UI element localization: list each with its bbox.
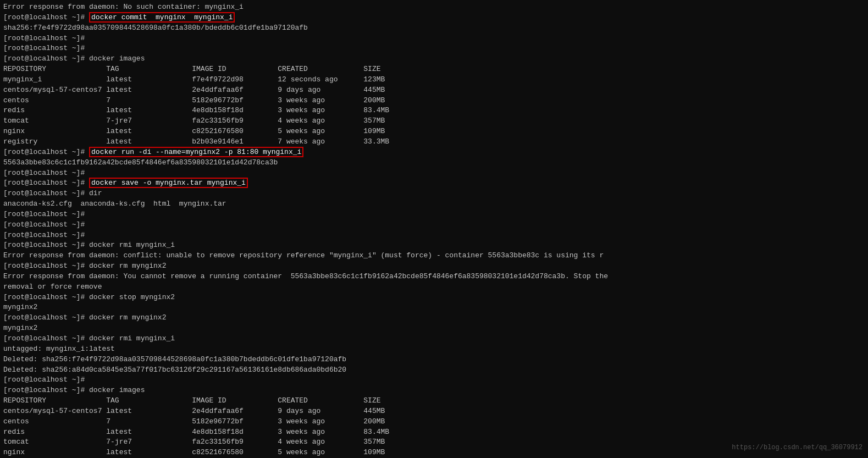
terminal-line: [root@localhost ~]# docker rmi mynginx_i (3, 240, 865, 251)
prompt-text: [root@localhost ~]# docker images (3, 54, 145, 63)
prompt-text: [root@localhost ~]# docker rmi mynginx_i (3, 334, 175, 343)
terminal-line: REPOSITORY TAG IMAGE ID CREATED SIZE (3, 396, 865, 406)
terminal-line: mynginx_i latest f7e4f9722d98 12 seconds… (3, 75, 865, 85)
command-highlighted: docker save -o mynginx.tar mynginx_i (89, 178, 248, 188)
terminal-line: [root@localhost ~]# (3, 34, 865, 44)
terminal-line: Deleted: sha256:a84d0ca5845e35a77f017bc6… (3, 365, 865, 376)
terminal-line: registry latest b2b03e9146e1 7 weeks ago… (3, 137, 865, 147)
terminal-line: redis latest 4e8db158f18d 3 weeks ago 83… (3, 427, 865, 438)
prompt-text: [root@localhost ~]# (3, 13, 89, 21)
terminal-line: [root@localhost ~]# docker commit myngin… (3, 13, 865, 23)
terminal-line: [root@localhost ~]# docker rm mynginx2 (3, 313, 865, 323)
terminal-line: anaconda-ks2.cfg anaconda-ks.cfg html my… (3, 199, 865, 209)
terminal-line: removal or force remove (3, 282, 865, 293)
terminal-line: [root@localhost ~]# (3, 43, 865, 54)
terminal-line: 5563a3bbe83c6c1c1fb9162a42bcde85f4846ef6… (3, 158, 865, 168)
terminal-line: Error response from daemon: No such cont… (3, 2, 865, 13)
terminal-line: [root@localhost ~]# docker rmi mynginx_i (3, 334, 865, 344)
command-highlighted: docker run -di --name=mynginx2 -p 81:80 … (89, 147, 303, 157)
terminal-line: [root@localhost ~]# (3, 220, 865, 230)
terminal-line: mynginx2 (3, 323, 865, 334)
terminal-line: REPOSITORY TAG IMAGE ID CREATED SIZE (3, 64, 865, 75)
terminal-line: [root@localhost ~]# docker stop mynginx2 (3, 293, 865, 303)
terminal-line: [root@localhost ~]# docker images (3, 54, 865, 64)
prompt-text: [root@localhost ~]# docker rm mynginx2 (3, 313, 166, 322)
terminal-line: [root@localhost ~]# docker save -o myngi… (3, 178, 865, 189)
terminal-line: nginx latest c82521676580 5 weeks ago 10… (3, 126, 865, 137)
terminal-line: [root@localhost ~]# dir (3, 189, 865, 199)
prompt-text: [root@localhost ~]# dir (3, 189, 102, 197)
terminal-line: [root@localhost ~]# (3, 209, 865, 220)
terminal-line: redis latest 4e8db158f18d 3 weeks ago 83… (3, 106, 865, 116)
terminal-line: [root@localhost ~]# docker run -di --nam… (3, 147, 865, 158)
terminal-line: centos 7 5182e96772bf 3 weeks ago 200MB (3, 417, 865, 427)
terminal-line: [root@localhost ~]# (3, 375, 865, 385)
terminal-line: [root@localhost ~]# (3, 230, 865, 241)
terminal-line: mynginx2 (3, 302, 865, 313)
terminal-line: Error response from daemon: You cannot r… (3, 272, 865, 282)
terminal-line: Error response from daemon: conflict: un… (3, 251, 865, 261)
terminal-line: centos 7 5182e96772bf 3 weeks ago 200MB (3, 96, 865, 106)
prompt-text: [root@localhost ~]# docker stop mynginx2 (3, 293, 175, 301)
terminal: Error response from daemon: No such cont… (3, 2, 865, 458)
prompt-text: [root@localhost ~]# docker images (3, 386, 145, 394)
terminal-line: sha256:f7e4f9722d98aa035709844528698a0fc… (3, 23, 865, 34)
terminal-line: [root@localhost ~]# docker images (3, 385, 865, 396)
prompt-text: [root@localhost ~]# docker rm mynginx2 (3, 262, 166, 270)
prompt-text: [root@localhost ~]# docker rmi mynginx_i (3, 241, 175, 249)
terminal-line: Deleted: sha256:f7e4f9722d98aa0357098445… (3, 355, 865, 365)
terminal-output: Error response from daemon: No such cont… (3, 2, 865, 458)
terminal-line: untagged: mynginx_i:latest (3, 344, 865, 355)
terminal-line: centos/mysql-57-centos7 latest 2e4ddfafa… (3, 406, 865, 417)
terminal-line: [root@localhost ~]# docker rm mynginx2 (3, 261, 865, 272)
terminal-line: tomcat 7-jre7 fa2c33156fb9 4 weeks ago 3… (3, 116, 865, 126)
prompt-text: [root@localhost ~]# (3, 179, 89, 187)
terminal-line: [root@localhost ~]# (3, 168, 865, 179)
prompt-text: [root@localhost ~]# (3, 148, 89, 156)
watermark: https://blog.csdn.net/qq_36079912 (732, 443, 863, 453)
command-highlighted: docker commit mynginx mynginx_i (89, 12, 235, 23)
terminal-line: centos/mysql-57-centos7 latest 2e4ddfafa… (3, 85, 865, 96)
